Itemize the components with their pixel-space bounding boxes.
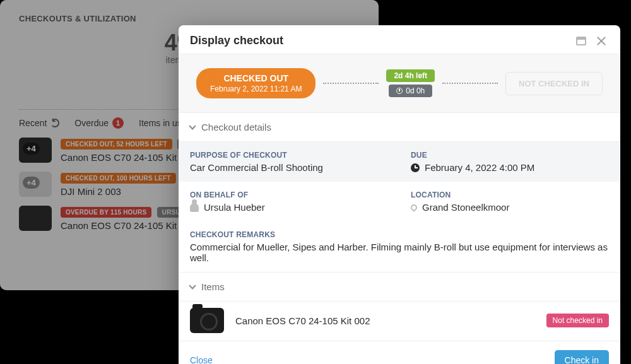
location-value: Grand Stoneelkmoor	[422, 202, 509, 213]
chevron-down-icon	[189, 122, 196, 129]
section-title: Items	[201, 281, 225, 292]
section-toggle-items[interactable]: Items	[179, 272, 620, 302]
purpose-value: Car Commercial B-roll Shooting	[190, 162, 388, 173]
item-name: Canon EOS C70 24-105 Kit 002	[235, 315, 535, 326]
checkout-item-row[interactable]: Canon EOS C70 24-105 Kit 002 Not checked…	[179, 302, 620, 334]
status-pill: CHECKED OUT, 52 HOURS LEFT	[61, 139, 172, 150]
timeline-middle: 2d 4h left 0d 0h	[386, 69, 435, 97]
item-status-badge: Not checked in	[546, 314, 609, 327]
item-thumbnail	[190, 308, 224, 333]
modal-title: Display checkout	[190, 34, 576, 47]
timeline-connector	[323, 83, 379, 84]
time-elapsed-pill: 0d 0h	[389, 85, 432, 97]
item-thumbnail	[19, 206, 52, 231]
close-icon[interactable]	[596, 36, 606, 46]
section-title: Checkout details	[201, 122, 271, 132]
checkout-timeline: CHECKED OUT February 2, 2022 11:21 AM 2d…	[179, 54, 620, 113]
due-value: February 4, 2022 4:00 PM	[425, 162, 534, 173]
time-remaining-pill: 2d 4h left	[386, 69, 435, 82]
check-in-button[interactable]: Check in	[555, 350, 609, 364]
elapsed-text: 0d 0h	[406, 86, 425, 95]
item-thumbnail: +4	[19, 138, 52, 163]
chevron-down-icon	[189, 282, 196, 289]
location-label: LOCATION	[411, 191, 609, 199]
clock-icon	[411, 163, 420, 172]
refresh-icon	[50, 119, 59, 127]
tab-label: Recent	[19, 118, 47, 128]
tab-recent[interactable]: Recent	[19, 118, 59, 128]
item-thumbnail: +4	[19, 172, 52, 197]
person-icon	[190, 203, 199, 212]
status-pill: OVERDUE BY 115 HOURS	[61, 207, 151, 218]
count-badge: +4	[23, 177, 40, 189]
behalf-label: ON BEHALF OF	[190, 191, 388, 199]
checked-out-label: CHECKED OUT	[210, 73, 302, 83]
clock-icon	[396, 88, 403, 94]
not-checked-in-badge: NOT CHECKED IN	[505, 72, 603, 95]
status-pill: CHECKED OUT, 100 HOURS LEFT	[61, 173, 176, 184]
behalf-value: Ursula Hueber	[204, 202, 265, 213]
count-badge: +4	[23, 143, 40, 155]
section-toggle-details[interactable]: Checkout details	[179, 113, 620, 142]
timeline-connector	[442, 83, 498, 84]
tab-label: Overdue	[74, 118, 109, 128]
location-pin-icon	[410, 203, 418, 211]
due-label: DUE	[411, 151, 609, 160]
display-checkout-modal: Display checkout CHECKED OUT February 2,…	[179, 25, 620, 364]
dashboard-title: CHECKOUTS & UTILIZATION	[19, 14, 360, 23]
checked-out-time: February 2, 2022 11:21 AM	[210, 85, 302, 93]
overdue-count-badge: 1	[112, 117, 124, 129]
remarks-value: Commercial for Mueller, Sipes and Harber…	[190, 242, 609, 263]
minimize-icon[interactable]	[576, 37, 586, 45]
close-button[interactable]: Close	[190, 355, 213, 364]
checked-out-badge: CHECKED OUT February 2, 2022 11:21 AM	[196, 68, 316, 98]
tab-overdue[interactable]: Overdue 1	[74, 117, 124, 129]
checkout-details: PURPOSE OF CHECKOUT Car Commercial B-rol…	[179, 142, 620, 272]
purpose-label: PURPOSE OF CHECKOUT	[190, 151, 388, 160]
remarks-label: CHECKOUT REMARKS	[190, 230, 609, 239]
